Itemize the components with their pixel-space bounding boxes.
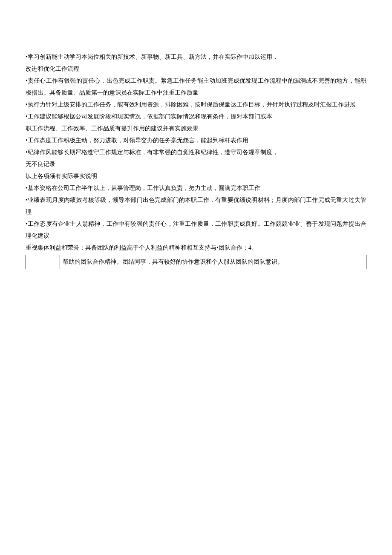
paragraph-6: 职工作流程、工作效率、工作品质有提升作用的建议并有实施效果: [26, 123, 366, 135]
paragraph-13: •工作态度有企业主人翁精神，工作中有较强的责任心，注重工作质量，工作职责成良好。…: [26, 218, 366, 242]
paragraph-11: •基本资格在公司工作半年以上，从事管理岗，工作认真负责，努力主动，圆满完本职工作: [26, 182, 366, 194]
document-body: •学习创新能主动学习本岗位相关的新技术、新事物、新工具、新方法，并在实际作中加以…: [26, 51, 366, 269]
paragraph-8: •纪律作风能够长期严格遵守工作规定与标准，有非常强的自觉性和纪律性，遵守司各规章…: [26, 147, 366, 158]
table-row: 帮助的团队合作精神。团结同事，具有较好的协作意识和个人服从团队的团队意识。: [26, 255, 366, 269]
bottom-table: 帮助的团队合作精神。团结同事，具有较好的协作意识和个人服从团队的团队意识。: [26, 255, 366, 269]
paragraph-10: 以上各项须有实际事实说明: [26, 170, 366, 182]
table-cell-right: 帮助的团队合作精神。团结同事，具有较好的协作意识和个人服从团队的团队意识。: [60, 255, 366, 269]
paragraph-1: •学习创新能主动学习本岗位相关的新技术、新事物、新工具、新方法，并在实际作中加以…: [26, 51, 366, 63]
paragraph-7: •工作态度工作积极主动，努力进取，对领导交办的任务毫无怨言，能起到标杆表作用: [26, 135, 366, 147]
table-cell-left: [26, 255, 60, 269]
paragraph-5: •工作建议能够根据公司发展阶段和现实情况，依据部门实际情况和现有条件，提对本部门…: [26, 111, 366, 123]
paragraph-14: 重视集体利益和荣誉；具备团队的利益高于个人利益的精神和相互支持与•团队合作：4.: [26, 242, 366, 254]
paragraph-9: 无不良记录: [26, 158, 366, 170]
paragraph-2: 改进和优化工作流程: [26, 63, 366, 75]
paragraph-3: •责任心工作有很强的责任心，出色完成工作职责。紧急工作任务能主动加班完成优发现工…: [26, 75, 366, 99]
paragraph-12: •业绩表现月度内绩效考核等级，领导本部门出色完成部门的本职工作，有重要优绩说明材…: [26, 194, 366, 218]
paragraph-4: •执行力针对上级安排的工作任务，能有效利用资源，排除困难，按时保质保量达工作目标…: [26, 99, 366, 111]
